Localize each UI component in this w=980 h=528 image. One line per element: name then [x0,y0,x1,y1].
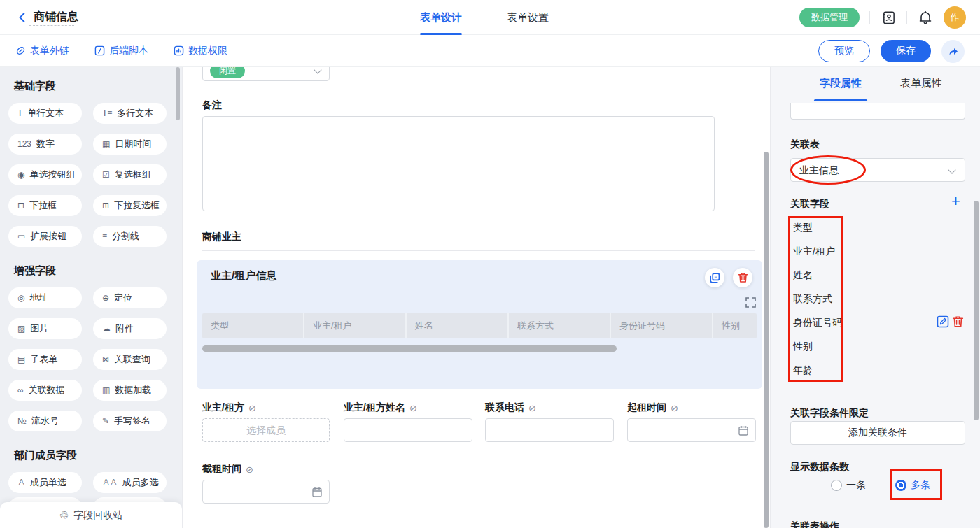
edit-relation-fields-button[interactable] [937,315,949,328]
field-chip-image[interactable]: ▨图片 [8,318,82,339]
share-button[interactable] [941,40,965,63]
sidebar-scrollbar[interactable] [176,67,180,120]
add-relation-field-button[interactable]: + [951,194,960,209]
page-title[interactable]: 商铺信息 [34,10,78,22]
title-edit-underline [29,25,74,26]
external-link-label: 表单外链 [30,45,69,57]
radio-single-record[interactable] [831,480,842,491]
relation-field-item[interactable]: 年龄 [793,358,842,382]
relation-fields-label: 关联字段 [790,198,830,211]
data-permission-action[interactable]: 数据权限 [174,45,227,57]
field-chip-location[interactable]: ⊕定位 [93,287,167,308]
contact-book-button[interactable] [880,9,897,26]
field-chip-signature[interactable]: ✎手写签名 [93,411,167,431]
radio-icon: ◉ [18,170,24,180]
recycle-icon: ♲ [59,509,69,522]
copy-widget-button[interactable] [705,268,724,287]
lease-start-field[interactable] [627,418,756,442]
field-chip-subform[interactable]: ▤子表单 [8,349,82,370]
data-manage-button[interactable]: 数据管理 [799,8,860,27]
member-picker-input[interactable] [203,419,329,441]
field-chip-multi-line-text[interactable]: T≡多行文本 [93,103,167,124]
relation-field-item[interactable]: 联系方式 [793,287,842,311]
relation-field-item[interactable]: 身份证号码 [793,311,842,334]
relation-table-value: 业主信息 [799,159,839,181]
field-chip-datetime[interactable]: ▦日期时间 [93,134,167,155]
field-chip-relation-query[interactable]: ⊠关联查询 [93,349,167,370]
field-chip-number[interactable]: 123数字 [8,134,82,155]
checkbox-icon: ☑ [102,170,110,180]
relation-field-item[interactable]: 类型 [793,215,842,239]
save-button[interactable]: 保存 [881,40,931,62]
chip-label: 图片 [30,322,48,335]
contact-phone-input[interactable] [486,419,613,441]
panel-scrollbar[interactable] [974,201,979,420]
relation-field-item[interactable]: 业主/租户 [793,239,842,263]
data-permission-label: 数据权限 [188,45,227,57]
backend-script-action[interactable]: 后端脚本 [94,45,148,57]
image-icon: ▨ [18,324,25,334]
lease-end-field[interactable] [202,480,330,504]
chip-label: 分割线 [112,230,139,243]
field-chip-attachment[interactable]: ☁附件 [93,318,167,339]
remark-textarea[interactable] [202,116,715,211]
radio-single-record-label[interactable]: 一条 [846,479,866,492]
field-chip-single-line-text[interactable]: T单行文本 [8,103,82,124]
preview-button[interactable]: 预览 [818,40,870,62]
edit-pencil-icon [937,315,949,328]
subtable-widget-selected[interactable]: 业主/租户信息 [197,260,762,389]
relation-field-item[interactable]: 姓名 [793,263,842,287]
field-recycle-bin[interactable]: ♲ 字段回收站 [0,502,182,528]
field-chip-address[interactable]: ◎地址 [8,287,82,308]
back-button[interactable] [14,9,31,26]
external-link-action[interactable]: 表单外链 [15,45,69,57]
relation-field-item[interactable]: 性别 [793,334,842,358]
relation-fields-list: 类型 业主/租户 姓名 联系方式 身份证号码 性别 年龄 [793,215,842,382]
relation-table-select[interactable]: 业主信息 [790,158,965,182]
radio-multiple-records-label[interactable]: 多条 [911,479,930,492]
tab-form-settings[interactable]: 表单设置 [507,0,549,35]
header-tabs: 表单设计 表单设置 [420,0,549,35]
field-chip-member-multi[interactable]: ♙♙成员多选 [93,472,167,493]
permission-icon [174,45,184,56]
chip-label: 地址 [29,292,48,304]
field-chip-serial-number[interactable]: №流水号 [8,411,82,431]
field-chip-checkbox-group[interactable]: ☑复选框组 [93,164,167,185]
field-chip-relation-data[interactable]: ∞关联数据 [8,380,82,401]
single-line-text-icon: T [18,108,22,118]
chip-label: 日期时间 [115,138,151,150]
lease-end-input[interactable] [203,480,329,503]
link-icon [15,45,26,56]
subtable-horizontal-scrollbar[interactable] [202,345,617,352]
contact-phone-field[interactable] [485,418,614,442]
field-chip-multi-dropdown[interactable]: ⊞下拉复选框 [93,195,167,216]
owner-name-input[interactable] [344,419,472,441]
add-condition-button[interactable]: 添加关联条件 [790,421,965,445]
status-select[interactable]: 闲置 [202,67,330,81]
column-header: 姓名 [407,313,509,338]
delete-widget-button[interactable] [733,268,752,287]
delete-relation-fields-button[interactable] [952,315,965,328]
tab-form-properties[interactable]: 表单属性 [895,77,948,90]
field-chip-extend-button[interactable]: ▭扩展按钮 [8,226,82,247]
calendar-icon [312,487,322,500]
contact-phone-label: 联系电话 ⊘ [485,401,536,414]
field-chip-divider-line[interactable]: ≡分割线 [93,226,167,247]
notifications-button[interactable] [917,9,934,26]
field-chip-dropdown[interactable]: ⊟下拉框 [8,195,82,216]
user-avatar[interactable]: 作 [944,6,966,29]
tab-field-properties[interactable]: 字段属性 [814,77,867,90]
chip-label: 单选按钮组 [29,169,75,181]
member-picker-field[interactable] [202,418,330,442]
lease-start-input[interactable] [628,419,755,441]
tab-form-design[interactable]: 表单设计 [420,0,462,35]
field-chip-data-load[interactable]: ▥数据加载 [93,380,167,401]
chip-label: 复选框组 [115,169,151,181]
expand-widget-button[interactable] [746,297,756,311]
clipped-input-field[interactable] [790,103,965,120]
field-chip-radio-group[interactable]: ◉单选按钮组 [8,164,82,185]
field-chip-member-single[interactable]: ♙成员单选 [8,472,82,493]
owner-name-field[interactable] [344,418,472,442]
radio-multiple-records[interactable] [895,480,906,491]
canvas-scrollbar[interactable] [764,152,769,528]
